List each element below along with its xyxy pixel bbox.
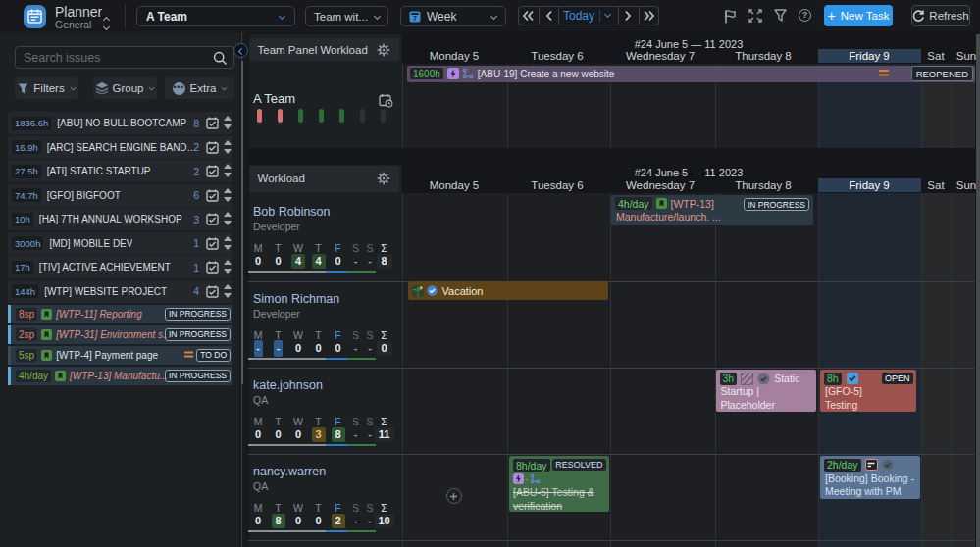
svg-text:7: 7 <box>413 14 417 21</box>
